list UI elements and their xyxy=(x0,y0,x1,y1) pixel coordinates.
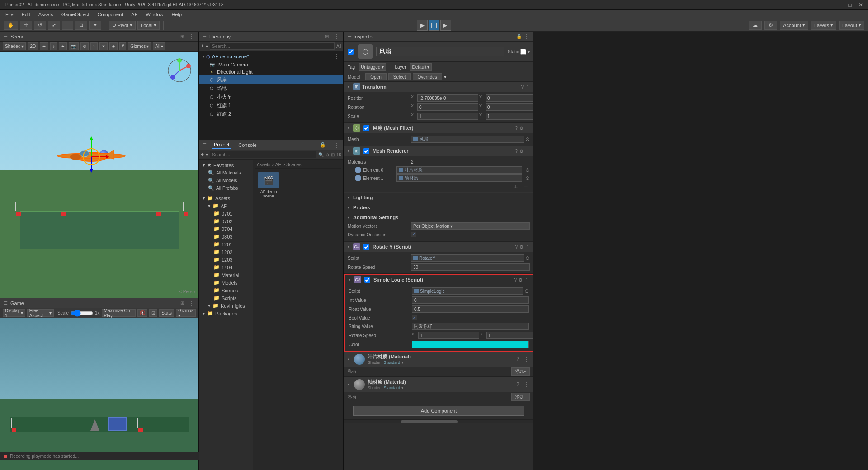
ry-settings-icon[interactable]: ⚙ xyxy=(519,244,524,249)
anim-toggle[interactable]: ◈ xyxy=(109,42,118,50)
cloud-icon[interactable]: ⚙ xyxy=(764,21,777,30)
models-folder-item[interactable]: 📁 Models xyxy=(199,279,253,287)
gizmo-widget[interactable] xyxy=(166,57,193,84)
close-button[interactable]: ✕ xyxy=(857,2,864,8)
flag2-item[interactable]: ⬡ 红旗 2 xyxy=(199,110,343,118)
mr-active-checkbox[interactable] xyxy=(363,148,369,154)
pause-button[interactable]: ❙❙ xyxy=(429,20,439,31)
sl-string-input[interactable] xyxy=(412,323,529,330)
object-active-checkbox[interactable] xyxy=(348,49,354,55)
sl-float-input[interactable] xyxy=(412,306,529,313)
inspector-scrollbar-thumb[interactable] xyxy=(401,420,458,423)
0702-item[interactable]: 📁 0702 xyxy=(199,217,253,225)
e1-picker-icon[interactable]: ⊙ xyxy=(525,175,530,181)
fx-toggle[interactable]: ✦ xyxy=(59,42,67,50)
scene-root-item[interactable]: ▾ ⬡ AF demo scene* ⋮ xyxy=(199,52,343,61)
menu-edit[interactable]: Edit xyxy=(18,11,34,18)
scene-cam-icon[interactable]: 📷 xyxy=(69,42,79,50)
lighting-toggle[interactable]: ☀ xyxy=(40,42,48,50)
sl-speed-y-input[interactable] xyxy=(486,332,533,339)
rect-tool[interactable]: □ xyxy=(62,21,73,30)
all-dropdown[interactable]: All ▾ xyxy=(153,42,165,50)
sl-script-picker[interactable]: ⊙ xyxy=(524,288,529,294)
menu-file[interactable]: File xyxy=(2,11,17,18)
local-dropdown[interactable]: Local ▾ xyxy=(137,21,160,30)
menu-af[interactable]: AF xyxy=(127,11,141,18)
ry-question-icon[interactable]: ? xyxy=(515,244,518,249)
tag-dropdown[interactable]: Untagged ▾ xyxy=(359,63,386,70)
mat1-question-icon[interactable]: ? xyxy=(516,357,519,362)
mat2-more-icon[interactable]: ⋮ xyxy=(524,381,530,388)
main-camera-item[interactable]: 📷 Main Camera xyxy=(199,61,343,68)
mf-settings-icon[interactable]: ⚙ xyxy=(519,126,524,131)
0704-item[interactable]: 📁 0704 xyxy=(199,225,253,233)
maximize-button[interactable]: □ xyxy=(846,2,854,8)
fog-toggle[interactable]: ≈ xyxy=(90,42,98,50)
shading-dropdown[interactable]: Shaded ▾ xyxy=(3,42,26,50)
inspector-lock-icon[interactable]: 🔒 xyxy=(516,34,522,39)
mat1-add-btn[interactable]: 添加- xyxy=(511,367,530,376)
game-maximize-icon[interactable]: ⊞ xyxy=(180,301,184,306)
sl-question-icon[interactable]: ? xyxy=(514,277,517,282)
mat-add-btn[interactable]: + xyxy=(512,183,520,190)
skybox-toggle[interactable]: ⊙ xyxy=(80,42,89,50)
scene-maximize-icon[interactable]: ⊞ xyxy=(180,34,184,39)
ry-more-icon[interactable]: ⋮ xyxy=(525,244,530,249)
mr-settings-icon[interactable]: ⚙ xyxy=(519,149,524,154)
mesh-picker-icon[interactable]: ⊙ xyxy=(525,136,530,142)
add-hierarchy-button[interactable]: + xyxy=(201,43,204,49)
mat2-add-btn[interactable]: 添加- xyxy=(511,393,530,401)
project-lock-icon[interactable]: 🔒 xyxy=(320,142,326,148)
lighting-header[interactable]: ▸ Lighting xyxy=(348,193,530,202)
2d-button[interactable]: 2D xyxy=(28,42,38,50)
scene-menu-icon[interactable]: ⋮ xyxy=(189,33,195,40)
mat-remove-btn[interactable]: − xyxy=(522,183,530,190)
object-name-field[interactable] xyxy=(376,47,504,56)
layer-dropdown[interactable]: Default ▾ xyxy=(410,63,432,70)
hierarchy-search-input[interactable] xyxy=(210,42,335,50)
assets-root-item[interactable]: ▾ 📁 Assets xyxy=(199,194,253,202)
packages-item[interactable]: ▸ 📁 Packages xyxy=(199,310,253,317)
probes-header[interactable]: ▸ Probes xyxy=(348,203,530,212)
fengshan-item[interactable]: ⬡ 风扇 xyxy=(199,75,343,84)
window-controls[interactable]: ─ □ ✕ xyxy=(835,2,864,8)
menu-assets[interactable]: Assets xyxy=(35,11,57,18)
pos-y-input[interactable] xyxy=(486,94,533,102)
element1-ref[interactable]: 轴材质 xyxy=(396,174,522,182)
menu-help[interactable]: Help xyxy=(168,11,186,18)
menu-gameobject[interactable]: GameObject xyxy=(58,11,93,18)
scene-file-item[interactable]: 🎬 AF demo scene xyxy=(255,170,282,200)
stats-button[interactable]: Stats xyxy=(159,309,174,317)
mf-more-icon[interactable]: ⋮ xyxy=(525,126,530,131)
game-menu-icon[interactable]: ⋮ xyxy=(189,300,195,307)
sl-active-checkbox[interactable] xyxy=(364,277,370,283)
0803-item[interactable]: 📁 0803 xyxy=(199,233,253,240)
mr-more-icon[interactable]: ⋮ xyxy=(525,149,530,154)
menu-window[interactable]: Window xyxy=(142,11,167,18)
collab-icon[interactable]: ☁ xyxy=(749,21,762,30)
motion-vectors-dropdown[interactable]: Per Object Motion ▾ xyxy=(411,222,530,230)
inspector-scrollbar[interactable] xyxy=(344,419,533,423)
project-search-input[interactable] xyxy=(210,151,316,158)
transform-tool[interactable]: ⊞ xyxy=(75,21,87,30)
transform-more-icon[interactable]: ⋮ xyxy=(525,85,530,89)
step-button[interactable]: ▶| xyxy=(440,20,451,31)
mat1-shader-arrow[interactable]: ▾ xyxy=(401,360,404,365)
sl-color-swatch[interactable] xyxy=(412,341,529,348)
grid-toggle[interactable]: # xyxy=(119,42,127,50)
0701-item[interactable]: 📁 0701 xyxy=(199,210,253,217)
sl-speed-x-input[interactable] xyxy=(418,332,479,339)
minimize-button[interactable]: ─ xyxy=(835,2,843,8)
select-button[interactable]: Select xyxy=(388,73,411,80)
mf-active-checkbox[interactable] xyxy=(363,125,369,131)
changdi-item[interactable]: ⬡ 场地 xyxy=(199,84,343,93)
af-folder-item[interactable]: ▾ 📁 AF xyxy=(199,202,253,210)
element0-ref[interactable]: 叶片材质 xyxy=(396,166,522,174)
sl-bool-checkbox[interactable]: ✓ xyxy=(412,315,417,320)
overrides-button[interactable]: Overrides xyxy=(413,73,442,80)
ry-script-picker[interactable]: ⊙ xyxy=(525,255,530,261)
ry-speed-input[interactable] xyxy=(411,263,530,271)
gizmos-dropdown[interactable]: Gizmos ▾ xyxy=(128,42,151,50)
custom-tool[interactable]: ✦ xyxy=(89,21,101,30)
all-models-item[interactable]: 🔍 All Models xyxy=(199,177,253,184)
